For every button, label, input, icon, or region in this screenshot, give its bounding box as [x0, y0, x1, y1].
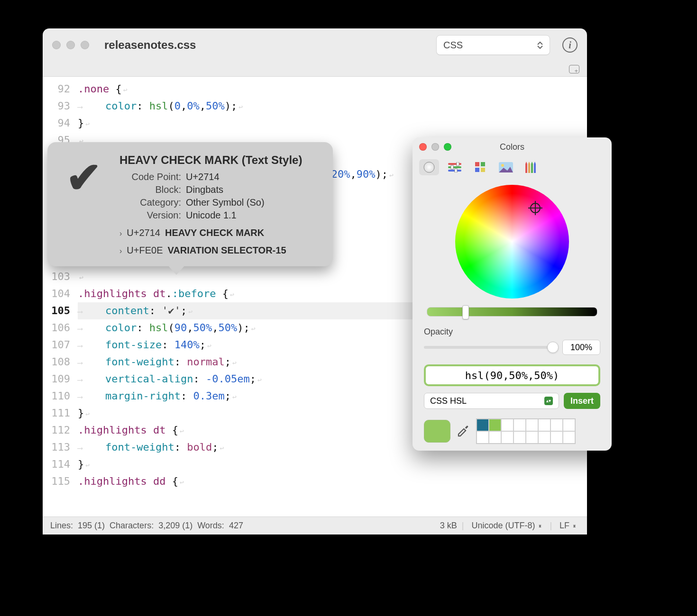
- line-ending-selector[interactable]: LF ▲▼: [557, 521, 579, 531]
- svg-point-1: [424, 162, 434, 172]
- svg-rect-20: [534, 164, 536, 173]
- svg-rect-11: [481, 168, 485, 172]
- svg-marker-21: [534, 162, 536, 164]
- swatch-cell[interactable]: [501, 419, 514, 431]
- traffic-lights: [52, 41, 89, 49]
- svg-marker-15: [525, 162, 527, 164]
- color-mode-tabs: [413, 156, 612, 180]
- swatch-cell[interactable]: [477, 431, 489, 444]
- svg-rect-10: [475, 168, 479, 172]
- code-line[interactable]: ⟶color: hsl(0,0%,50%);↩: [78, 98, 587, 115]
- glyph-title: HEAVY CHECK MARK (Text Style): [119, 154, 321, 167]
- status-filesize: 3 kB: [440, 521, 457, 531]
- color-wheel[interactable]: [455, 185, 569, 299]
- editor-window: releasenotes.css CSS i 92939495969798991…: [43, 28, 587, 534]
- color-wheel-cursor[interactable]: [530, 203, 541, 213]
- svg-marker-19: [531, 162, 533, 164]
- info-icon[interactable]: i: [562, 37, 578, 53]
- tooltip-row-value: Unicode 1.1: [186, 210, 237, 221]
- swatch-cell[interactable]: [514, 431, 526, 444]
- minimize-button[interactable]: [66, 41, 75, 49]
- color-format-selector[interactable]: CSS HSL ▴▾: [424, 393, 559, 409]
- status-lines-label: Lines:: [50, 521, 73, 531]
- close-button[interactable]: [52, 41, 61, 49]
- swatch-grid[interactable]: [476, 418, 576, 444]
- opacity-value-field[interactable]: 100%: [562, 340, 600, 355]
- minimize-button[interactable]: [431, 143, 439, 151]
- swatch-cell[interactable]: [550, 431, 563, 444]
- document-title: releasenotes.css: [104, 38, 431, 52]
- swatch-cell[interactable]: [477, 419, 489, 431]
- svg-rect-3: [448, 166, 461, 168]
- related-codepoint[interactable]: ›U+FE0E VARIATION SELECTOR-15: [119, 245, 321, 256]
- status-chars-value: 3,209 (1): [158, 521, 193, 531]
- swatch-cell[interactable]: [501, 431, 514, 444]
- encoding-selector[interactable]: Unicode (UTF-8) ▲▼: [468, 521, 545, 531]
- syntax-selector-value: CSS: [443, 40, 463, 51]
- related-codepoint[interactable]: ›U+2714 HEAVY CHECK MARK: [119, 227, 321, 238]
- code-line[interactable]: }↩: [78, 456, 587, 473]
- status-chars-label: Characters:: [110, 521, 154, 531]
- insert-button[interactable]: Insert: [564, 393, 600, 409]
- svg-rect-18: [531, 164, 533, 173]
- tooltip-row-value: U+2714: [186, 172, 220, 182]
- current-color-swatch[interactable]: [424, 420, 450, 443]
- color-sliders-tab[interactable]: [445, 159, 465, 175]
- code-line[interactable]: .highlights dd {↩: [78, 473, 587, 490]
- chevron-right-icon: ›: [119, 229, 122, 238]
- swatch-cell[interactable]: [489, 419, 501, 431]
- code-line[interactable]: }↩: [78, 115, 587, 132]
- status-lines-value: 195 (1): [78, 521, 105, 531]
- svg-rect-2: [448, 163, 461, 165]
- swatch-cell[interactable]: [489, 431, 501, 444]
- swatch-cell[interactable]: [550, 419, 563, 431]
- swatch-cell[interactable]: [563, 419, 575, 431]
- color-palettes-tab[interactable]: [470, 159, 490, 175]
- svg-rect-14: [525, 164, 527, 173]
- svg-rect-5: [457, 162, 459, 166]
- tab-strip: [43, 62, 587, 77]
- character-info-popover: ✔ HEAVY CHECK MARK (Text Style) Code Poi…: [47, 142, 333, 266]
- eyedropper-icon[interactable]: [456, 424, 470, 438]
- colors-panel: Colors: [413, 137, 612, 451]
- svg-rect-8: [475, 162, 479, 166]
- brightness-slider-knob[interactable]: [462, 305, 469, 319]
- close-button[interactable]: [419, 143, 427, 151]
- tooltip-row-key: Block:: [119, 184, 181, 195]
- svg-rect-16: [528, 164, 530, 173]
- swatch-cell[interactable]: [563, 431, 575, 444]
- swatch-cell[interactable]: [526, 419, 538, 431]
- color-wheel-tab[interactable]: [419, 159, 439, 175]
- syntax-selector[interactable]: CSS: [436, 35, 550, 55]
- opacity-label: Opacity: [424, 327, 600, 337]
- svg-point-13: [501, 164, 504, 167]
- glyph-preview: ✔: [60, 154, 107, 256]
- status-words-value: 427: [229, 521, 243, 531]
- brightness-slider[interactable]: [427, 307, 597, 317]
- color-pencils-tab[interactable]: [522, 159, 541, 175]
- opacity-slider-knob[interactable]: [547, 342, 559, 353]
- chevron-updown-icon: ▴▾: [544, 397, 553, 405]
- chevron-right-icon: ›: [119, 247, 122, 255]
- chevron-updown-icon: [537, 41, 543, 49]
- swatch-cell[interactable]: [526, 431, 538, 444]
- opacity-slider[interactable]: [424, 346, 557, 349]
- tooltip-row-value: Other Symbol (So): [186, 197, 265, 208]
- zoom-button[interactable]: [444, 143, 451, 151]
- color-image-tab[interactable]: [496, 159, 516, 175]
- status-words-label: Words:: [197, 521, 224, 531]
- swatch-cell[interactable]: [538, 431, 550, 444]
- tooltip-row-key: Code Point:: [119, 172, 181, 182]
- svg-rect-9: [481, 162, 485, 166]
- color-value-input[interactable]: [424, 364, 600, 386]
- tooltip-row-key: Version:: [119, 210, 181, 221]
- swatch-cell[interactable]: [514, 419, 526, 431]
- code-line[interactable]: .none {↩: [78, 81, 587, 98]
- svg-rect-7: [455, 169, 457, 172]
- tooltip-row-key: Category:: [119, 197, 181, 208]
- swatch-cell[interactable]: [538, 419, 550, 431]
- zoom-button[interactable]: [81, 41, 89, 49]
- status-bar: Lines: 195 (1) Characters: 3,209 (1) Wor…: [43, 516, 587, 534]
- colors-titlebar: Colors: [413, 137, 612, 156]
- add-tab-icon[interactable]: [569, 65, 579, 73]
